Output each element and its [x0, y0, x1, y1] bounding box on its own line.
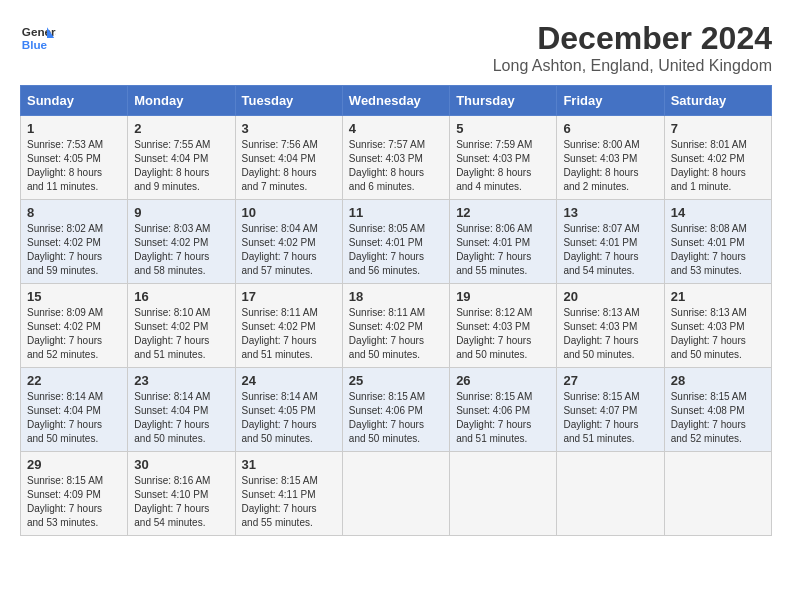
day-number: 21: [671, 289, 765, 304]
day-number: 30: [134, 457, 228, 472]
day-number: 14: [671, 205, 765, 220]
weekday-header: Tuesday: [235, 86, 342, 116]
day-info: Sunrise: 7:59 AM Sunset: 4:03 PM Dayligh…: [456, 138, 550, 194]
calendar-cell: 8Sunrise: 8:02 AM Sunset: 4:02 PM Daylig…: [21, 200, 128, 284]
day-info: Sunrise: 8:02 AM Sunset: 4:02 PM Dayligh…: [27, 222, 121, 278]
day-number: 16: [134, 289, 228, 304]
day-info: Sunrise: 8:04 AM Sunset: 4:02 PM Dayligh…: [242, 222, 336, 278]
day-info: Sunrise: 8:06 AM Sunset: 4:01 PM Dayligh…: [456, 222, 550, 278]
day-number: 11: [349, 205, 443, 220]
day-number: 4: [349, 121, 443, 136]
calendar-cell: 18Sunrise: 8:11 AM Sunset: 4:02 PM Dayli…: [342, 284, 449, 368]
page-title: December 2024: [493, 20, 772, 57]
day-info: Sunrise: 8:10 AM Sunset: 4:02 PM Dayligh…: [134, 306, 228, 362]
day-info: Sunrise: 8:07 AM Sunset: 4:01 PM Dayligh…: [563, 222, 657, 278]
day-number: 6: [563, 121, 657, 136]
calendar-cell: 4Sunrise: 7:57 AM Sunset: 4:03 PM Daylig…: [342, 116, 449, 200]
calendar-cell: 12Sunrise: 8:06 AM Sunset: 4:01 PM Dayli…: [450, 200, 557, 284]
day-info: Sunrise: 8:13 AM Sunset: 4:03 PM Dayligh…: [671, 306, 765, 362]
day-info: Sunrise: 8:15 AM Sunset: 4:06 PM Dayligh…: [349, 390, 443, 446]
calendar-cell: 6Sunrise: 8:00 AM Sunset: 4:03 PM Daylig…: [557, 116, 664, 200]
calendar-body: 1Sunrise: 7:53 AM Sunset: 4:05 PM Daylig…: [21, 116, 772, 536]
day-number: 20: [563, 289, 657, 304]
day-number: 24: [242, 373, 336, 388]
day-number: 8: [27, 205, 121, 220]
calendar-cell: 23Sunrise: 8:14 AM Sunset: 4:04 PM Dayli…: [128, 368, 235, 452]
day-number: 1: [27, 121, 121, 136]
day-info: Sunrise: 8:09 AM Sunset: 4:02 PM Dayligh…: [27, 306, 121, 362]
day-number: 22: [27, 373, 121, 388]
calendar-cell: 19Sunrise: 8:12 AM Sunset: 4:03 PM Dayli…: [450, 284, 557, 368]
day-number: 9: [134, 205, 228, 220]
calendar-cell: [664, 452, 771, 536]
calendar-cell: 3Sunrise: 7:56 AM Sunset: 4:04 PM Daylig…: [235, 116, 342, 200]
day-number: 15: [27, 289, 121, 304]
day-number: 3: [242, 121, 336, 136]
calendar-cell: 22Sunrise: 8:14 AM Sunset: 4:04 PM Dayli…: [21, 368, 128, 452]
day-info: Sunrise: 8:14 AM Sunset: 4:04 PM Dayligh…: [134, 390, 228, 446]
day-info: Sunrise: 8:15 AM Sunset: 4:11 PM Dayligh…: [242, 474, 336, 530]
calendar-cell: 11Sunrise: 8:05 AM Sunset: 4:01 PM Dayli…: [342, 200, 449, 284]
calendar-table: SundayMondayTuesdayWednesdayThursdayFrid…: [20, 85, 772, 536]
day-info: Sunrise: 8:13 AM Sunset: 4:03 PM Dayligh…: [563, 306, 657, 362]
day-info: Sunrise: 8:05 AM Sunset: 4:01 PM Dayligh…: [349, 222, 443, 278]
logo-icon: General Blue: [20, 20, 56, 56]
calendar-cell: 17Sunrise: 8:11 AM Sunset: 4:02 PM Dayli…: [235, 284, 342, 368]
calendar-cell: 14Sunrise: 8:08 AM Sunset: 4:01 PM Dayli…: [664, 200, 771, 284]
calendar-header: SundayMondayTuesdayWednesdayThursdayFrid…: [21, 86, 772, 116]
day-number: 26: [456, 373, 550, 388]
calendar-cell: [557, 452, 664, 536]
calendar-cell: 26Sunrise: 8:15 AM Sunset: 4:06 PM Dayli…: [450, 368, 557, 452]
calendar-cell: 27Sunrise: 8:15 AM Sunset: 4:07 PM Dayli…: [557, 368, 664, 452]
calendar-cell: 10Sunrise: 8:04 AM Sunset: 4:02 PM Dayli…: [235, 200, 342, 284]
day-info: Sunrise: 7:56 AM Sunset: 4:04 PM Dayligh…: [242, 138, 336, 194]
calendar-cell: [450, 452, 557, 536]
day-info: Sunrise: 8:15 AM Sunset: 4:09 PM Dayligh…: [27, 474, 121, 530]
day-number: 10: [242, 205, 336, 220]
title-area: December 2024 Long Ashton, England, Unit…: [493, 20, 772, 75]
day-info: Sunrise: 7:57 AM Sunset: 4:03 PM Dayligh…: [349, 138, 443, 194]
day-number: 2: [134, 121, 228, 136]
day-info: Sunrise: 8:01 AM Sunset: 4:02 PM Dayligh…: [671, 138, 765, 194]
day-info: Sunrise: 8:15 AM Sunset: 4:07 PM Dayligh…: [563, 390, 657, 446]
calendar-cell: 5Sunrise: 7:59 AM Sunset: 4:03 PM Daylig…: [450, 116, 557, 200]
day-number: 5: [456, 121, 550, 136]
day-number: 19: [456, 289, 550, 304]
day-info: Sunrise: 8:15 AM Sunset: 4:08 PM Dayligh…: [671, 390, 765, 446]
weekday-header: Friday: [557, 86, 664, 116]
day-number: 7: [671, 121, 765, 136]
calendar-cell: 29Sunrise: 8:15 AM Sunset: 4:09 PM Dayli…: [21, 452, 128, 536]
day-number: 28: [671, 373, 765, 388]
calendar-cell: 31Sunrise: 8:15 AM Sunset: 4:11 PM Dayli…: [235, 452, 342, 536]
day-info: Sunrise: 8:14 AM Sunset: 4:04 PM Dayligh…: [27, 390, 121, 446]
logo: General Blue: [20, 20, 56, 56]
weekday-header: Thursday: [450, 86, 557, 116]
calendar-cell: 20Sunrise: 8:13 AM Sunset: 4:03 PM Dayli…: [557, 284, 664, 368]
day-number: 31: [242, 457, 336, 472]
calendar-cell: 24Sunrise: 8:14 AM Sunset: 4:05 PM Dayli…: [235, 368, 342, 452]
day-info: Sunrise: 7:53 AM Sunset: 4:05 PM Dayligh…: [27, 138, 121, 194]
day-info: Sunrise: 8:14 AM Sunset: 4:05 PM Dayligh…: [242, 390, 336, 446]
calendar-cell: 30Sunrise: 8:16 AM Sunset: 4:10 PM Dayli…: [128, 452, 235, 536]
day-number: 29: [27, 457, 121, 472]
day-number: 12: [456, 205, 550, 220]
day-info: Sunrise: 8:03 AM Sunset: 4:02 PM Dayligh…: [134, 222, 228, 278]
day-number: 18: [349, 289, 443, 304]
day-info: Sunrise: 8:11 AM Sunset: 4:02 PM Dayligh…: [349, 306, 443, 362]
weekday-header: Sunday: [21, 86, 128, 116]
weekday-header: Wednesday: [342, 86, 449, 116]
calendar-cell: 16Sunrise: 8:10 AM Sunset: 4:02 PM Dayli…: [128, 284, 235, 368]
day-info: Sunrise: 8:11 AM Sunset: 4:02 PM Dayligh…: [242, 306, 336, 362]
day-number: 13: [563, 205, 657, 220]
calendar-cell: 25Sunrise: 8:15 AM Sunset: 4:06 PM Dayli…: [342, 368, 449, 452]
calendar-cell: 2Sunrise: 7:55 AM Sunset: 4:04 PM Daylig…: [128, 116, 235, 200]
calendar-cell: 13Sunrise: 8:07 AM Sunset: 4:01 PM Dayli…: [557, 200, 664, 284]
svg-text:Blue: Blue: [22, 38, 48, 51]
day-info: Sunrise: 7:55 AM Sunset: 4:04 PM Dayligh…: [134, 138, 228, 194]
day-number: 23: [134, 373, 228, 388]
calendar-cell: 21Sunrise: 8:13 AM Sunset: 4:03 PM Dayli…: [664, 284, 771, 368]
calendar-cell: [342, 452, 449, 536]
day-info: Sunrise: 8:12 AM Sunset: 4:03 PM Dayligh…: [456, 306, 550, 362]
day-info: Sunrise: 8:00 AM Sunset: 4:03 PM Dayligh…: [563, 138, 657, 194]
day-info: Sunrise: 8:16 AM Sunset: 4:10 PM Dayligh…: [134, 474, 228, 530]
